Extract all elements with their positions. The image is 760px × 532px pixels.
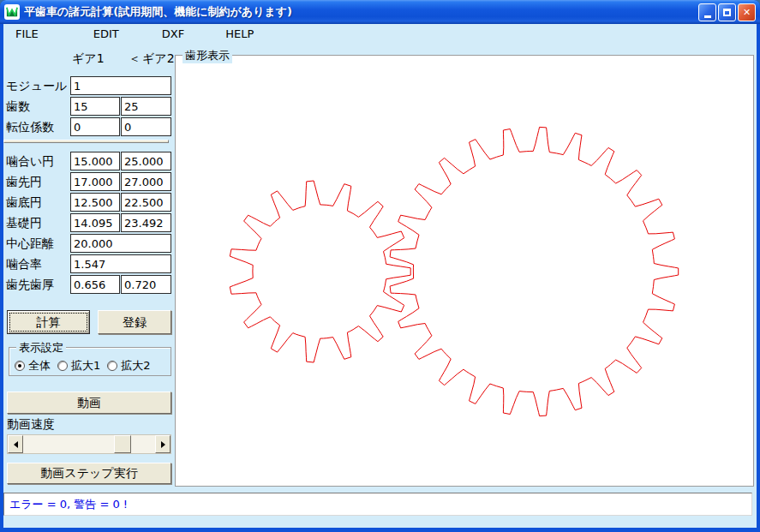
tip-circle-row: 歯先円 — [3, 172, 175, 192]
left-triangle-icon — [14, 441, 18, 448]
tip-thickness-row: 歯先歯厚 — [3, 275, 175, 295]
animation-speed-label: 動画速度 — [7, 417, 55, 433]
tip-circle-label: 歯先円 — [6, 175, 42, 190]
root-circle-gear1-input[interactable] — [70, 193, 120, 212]
center-distance-label: 中心距離 — [6, 236, 54, 252]
teeth-gear2-input[interactable] — [121, 97, 171, 116]
radio-zoom1[interactable]: 拡大1 — [57, 358, 100, 374]
gear1-outline — [230, 181, 410, 362]
center-distance-row: 中心距離 — [3, 234, 175, 254]
display-settings-title: 表示設定 — [16, 340, 66, 356]
calculate-button[interactable]: 計算 — [7, 310, 90, 334]
app-icon — [4, 4, 20, 20]
pitch-circle-gear1-input[interactable] — [70, 152, 120, 170]
status-text: エラー = 0, 警告 = 0 ! — [4, 497, 128, 512]
close-button[interactable]: ✕ — [738, 3, 756, 21]
tooth-profile-group: 歯形表示 — [175, 55, 754, 487]
tip-thickness-label: 歯先歯厚 — [6, 278, 54, 293]
teeth-gear1-input[interactable] — [70, 97, 120, 116]
root-circle-row: 歯底円 — [3, 193, 175, 212]
menu-dxf[interactable]: DXF — [157, 26, 189, 42]
window-border-bottom — [0, 528, 760, 532]
client-area: ギア1 ＜ ギア2 モジュール 歯数 転位係数 噛合い円 — [3, 43, 757, 528]
gear1-column-label: ギア1 — [72, 51, 105, 67]
shift-gear1-input[interactable] — [70, 117, 120, 136]
tip-thickness-gear1-input[interactable] — [70, 275, 120, 294]
tip-circle-gear1-input[interactable] — [70, 172, 120, 191]
menu-bar: FILE EDIT DXF HELP — [3, 24, 757, 43]
maximize-button[interactable] — [718, 3, 736, 21]
base-circle-row: 基礎円 — [3, 213, 175, 233]
contact-ratio-input[interactable] — [70, 254, 171, 273]
window-border-right — [757, 24, 760, 532]
menu-file[interactable]: FILE — [10, 26, 44, 42]
base-circle-label: 基礎円 — [6, 216, 42, 231]
window-border-left — [0, 24, 3, 532]
menu-help[interactable]: HELP — [220, 26, 259, 42]
scrollbar-right-arrow[interactable] — [155, 435, 171, 453]
pitch-circle-row: 噛合い円 — [3, 152, 175, 171]
tip-thickness-gear2-input[interactable] — [121, 275, 171, 294]
base-circle-gear1-input[interactable] — [70, 213, 120, 232]
animation-step-button[interactable]: 動画ステップ実行 — [7, 463, 171, 484]
contact-ratio-label: 噛合率 — [6, 257, 42, 272]
separator — [3, 140, 169, 143]
status-bar: エラー = 0, 警告 = 0 ! — [3, 493, 752, 516]
gear2-outline — [390, 127, 679, 415]
register-button[interactable]: 登録 — [98, 310, 171, 334]
gear-drawing — [176, 56, 753, 486]
title-bar: 平歯車の諸元計算(試用期間、機能に制約があります) ✕ — [0, 0, 760, 24]
menu-edit[interactable]: EDIT — [88, 26, 124, 42]
minimize-button[interactable] — [698, 3, 716, 21]
shift-coefficient-row: 転位係数 — [3, 117, 175, 137]
scrollbar-thumb[interactable] — [114, 435, 131, 453]
base-circle-gear2-input[interactable] — [121, 213, 171, 232]
module-input[interactable] — [70, 76, 171, 95]
module-label: モジュール — [6, 79, 67, 94]
teeth-label: 歯数 — [6, 99, 30, 115]
gear-parameters-panel: ギア1 ＜ ギア2 モジュール 歯数 転位係数 噛合い円 — [3, 43, 175, 528]
radio-whole[interactable]: 全体 — [15, 358, 51, 374]
radio-zoom1-icon — [57, 361, 68, 371]
app-window: 平歯車の諸元計算(試用期間、機能に制約があります) ✕ FILE EDIT DX… — [0, 0, 760, 532]
radio-zoom2[interactable]: 拡大2 — [107, 358, 150, 374]
right-triangle-icon — [161, 441, 165, 448]
module-row: モジュール — [3, 76, 175, 96]
radio-zoom1-label: 拡大1 — [71, 358, 100, 374]
tip-circle-gear2-input[interactable] — [121, 172, 171, 191]
window-title: 平歯車の諸元計算(試用期間、機能に制約があります) — [24, 4, 698, 20]
root-circle-label: 歯底円 — [6, 195, 42, 211]
gear2-column-label: ギア2 — [142, 51, 175, 67]
contact-ratio-row: 噛合率 — [3, 254, 175, 274]
scrollbar-left-arrow[interactable] — [8, 435, 23, 453]
pitch-circle-label: 噛合い円 — [6, 154, 54, 170]
display-settings-group: 表示設定 全体 拡大1 拡大2 — [9, 347, 171, 376]
gear-relation-label: ＜ — [129, 51, 141, 67]
radio-zoom2-icon — [107, 361, 117, 371]
teeth-row: 歯数 — [3, 97, 175, 117]
minimize-icon — [704, 15, 711, 18]
display-settings-options: 全体 拡大1 拡大2 — [15, 358, 158, 374]
radio-whole-icon — [15, 361, 25, 371]
animation-speed-scrollbar[interactable] — [7, 434, 171, 454]
shift-coefficient-label: 転位係数 — [6, 120, 54, 135]
center-distance-input[interactable] — [70, 234, 171, 253]
maximize-icon — [723, 9, 731, 16]
root-circle-gear2-input[interactable] — [121, 193, 171, 212]
radio-zoom2-label: 拡大2 — [121, 358, 150, 374]
close-icon: ✕ — [743, 7, 751, 18]
animation-button[interactable]: 動画 — [7, 392, 171, 414]
pitch-circle-gear2-input[interactable] — [121, 152, 171, 170]
shift-gear2-input[interactable] — [121, 117, 171, 136]
radio-whole-label: 全体 — [28, 358, 51, 374]
